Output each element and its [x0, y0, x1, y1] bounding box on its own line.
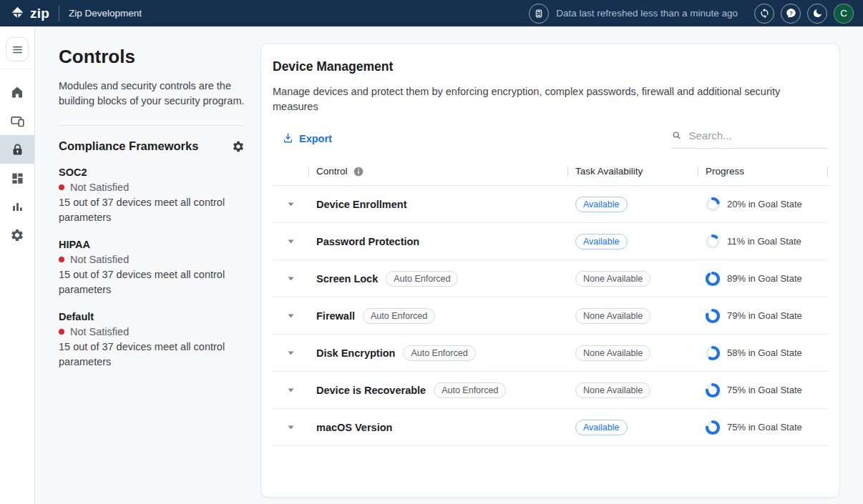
caret-down-icon [288, 388, 294, 392]
devices-icon [10, 114, 25, 129]
progress-donut [705, 308, 721, 324]
framework-list: SOC2 Not Satisfied 15 out of 37 devices … [59, 167, 245, 370]
control-name: macOS Version [316, 422, 392, 433]
settings-icon [10, 228, 24, 242]
expand-row-button[interactable] [283, 199, 298, 209]
table-row: macOS Version Available 75% in Goal Stat… [273, 409, 828, 446]
control-name: Password Protection [316, 236, 419, 247]
progress-donut [705, 345, 721, 361]
enforcement-badge: Auto Enforced [403, 345, 475, 361]
table-row: Password Protection Available 11% in Goa… [273, 223, 828, 260]
caret-down-icon [288, 202, 294, 207]
status-dot [59, 184, 64, 190]
user-avatar[interactable]: C [834, 4, 854, 24]
sidebar-item-reports[interactable] [0, 192, 34, 221]
brand-logo[interactable]: zip [10, 6, 49, 21]
availability-badge: None Available [575, 271, 650, 287]
expand-row-button[interactable] [283, 348, 298, 358]
card-description: Manage devices and protect them by enfor… [273, 84, 824, 114]
top-bar: zip Zip Development Data last refreshed … [0, 0, 863, 26]
framework-name: SOC2 [59, 167, 245, 178]
search-box [671, 127, 828, 149]
progress-donut [705, 420, 721, 435]
sidebar-item-dashboard[interactable] [0, 164, 34, 192]
caret-down-icon [288, 314, 294, 318]
agent-sync-icon [529, 4, 549, 24]
sidebar-item-home[interactable] [0, 78, 34, 107]
dashboard-icon [11, 172, 24, 185]
framework-item: HIPAA Not Satisfied 15 out of 37 devices… [59, 239, 245, 297]
export-label: Export [299, 133, 332, 144]
svg-text:?: ? [789, 10, 793, 16]
gear-icon [232, 140, 245, 153]
availability-badge: None Available [575, 382, 650, 398]
page-description: Modules and security controls are the bu… [59, 79, 245, 109]
card-title: Device Management [273, 59, 828, 74]
expand-row-button[interactable] [283, 423, 298, 433]
refresh-status: Data last refreshed less than a minute a… [529, 4, 738, 24]
expand-row-button[interactable] [283, 274, 298, 284]
compliance-settings-button[interactable] [232, 140, 245, 153]
sidebar-item-devices[interactable] [0, 107, 34, 135]
menu-button[interactable] [6, 37, 29, 61]
progress-donut [705, 382, 721, 398]
expand-row-button[interactable] [283, 311, 298, 321]
progress-label: 79% in Goal State [727, 310, 802, 321]
workspace-name: Zip Development [69, 8, 142, 19]
control-name: Device is Recoverable [316, 385, 426, 396]
framework-status: Not Satisfied [70, 182, 129, 193]
availability-badge: None Available [575, 308, 650, 324]
table-header: Control Task Availability Progress [273, 157, 828, 186]
help-icon: ? [786, 8, 796, 19]
framework-item: Default Not Satisfied 15 out of 37 devic… [59, 311, 245, 370]
sidebar-item-controls[interactable] [0, 135, 34, 164]
refresh-status-text: Data last refreshed less than a minute a… [556, 8, 738, 19]
search-icon [672, 130, 681, 141]
enforcement-badge: Auto Enforced [363, 308, 435, 324]
search-input[interactable] [687, 129, 827, 142]
progress-label: 20% in Goal State [727, 199, 802, 209]
info-icon[interactable] [353, 166, 364, 177]
table-row: Screen Lock Auto Enforced None Available… [273, 260, 828, 297]
progress-donut [705, 271, 721, 287]
caret-down-icon [288, 277, 294, 281]
expand-row-button[interactable] [283, 237, 298, 247]
moon-icon [812, 8, 823, 19]
refresh-button[interactable] [754, 4, 774, 24]
control-name: Screen Lock [316, 273, 378, 285]
export-button[interactable]: Export [273, 132, 332, 149]
control-name: Firewall [316, 310, 355, 322]
caret-down-icon [288, 425, 294, 430]
device-management-card: Device Management Manage devices and pro… [260, 43, 840, 498]
expand-row-button[interactable] [283, 385, 298, 395]
framework-detail: 15 out of 37 devices meet all control pa… [59, 195, 245, 225]
availability-badge: Available [575, 234, 628, 249]
progress-label: 75% in Goal State [727, 385, 802, 395]
help-button[interactable]: ? [781, 4, 801, 24]
icon-rail [0, 26, 35, 504]
menu-icon [11, 44, 24, 56]
dark-mode-button[interactable] [807, 4, 827, 24]
enforcement-badge: Auto Enforced [386, 271, 458, 287]
availability-badge: Available [575, 420, 628, 435]
progress-label: 89% in Goal State [727, 273, 802, 284]
control-name: Device Enrollment [316, 199, 407, 210]
framework-item: SOC2 Not Satisfied 15 out of 37 devices … [59, 167, 245, 225]
page-title: Controls [59, 46, 245, 68]
framework-detail: 15 out of 37 devices meet all control pa… [59, 340, 245, 370]
column-header-progress: Progress [698, 157, 828, 185]
reports-icon [11, 200, 24, 214]
status-dot [59, 257, 64, 262]
table-row: Device Enrollment Available 20% in Goal … [273, 186, 828, 223]
framework-status: Not Satisfied [70, 326, 129, 337]
lock-icon [11, 143, 24, 157]
status-dot [59, 329, 64, 335]
framework-detail: 15 out of 37 devices meet all control pa… [59, 267, 245, 297]
progress-label: 75% in Goal State [727, 422, 802, 433]
framework-status: Not Satisfied [70, 254, 129, 265]
column-header-control: Control [308, 157, 567, 185]
sidebar-item-settings[interactable] [0, 221, 34, 249]
progress-label: 58% in Goal State [727, 347, 802, 358]
controls-panel: Controls Modules and security controls a… [35, 26, 260, 504]
home-icon [10, 85, 24, 99]
